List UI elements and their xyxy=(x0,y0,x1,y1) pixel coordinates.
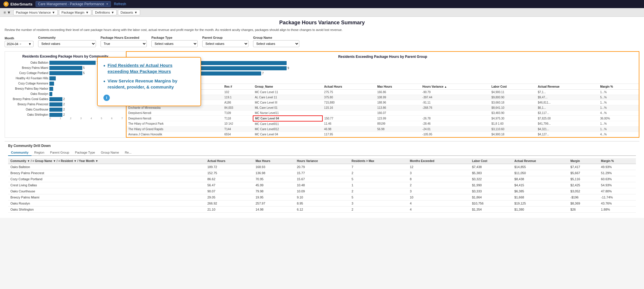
hamburger-menu[interactable]: ≡ ▼ xyxy=(2,10,12,15)
table-cell: MC Care Level 04 xyxy=(253,116,322,121)
list-item[interactable]: Breezy Palms Miami29.0519.959.10510$1,86… xyxy=(8,194,636,200)
table-row[interactable]: Enchante of Minnewaska84,003ML Care Leve… xyxy=(127,105,639,110)
bar-label: Breezy Palms Miami xyxy=(8,66,48,69)
drill-col-header: Labor Cost xyxy=(470,158,512,164)
drill-tab[interactable]: Group Name xyxy=(98,150,122,156)
month-tag[interactable]: 2024-04 × ▼ xyxy=(5,41,34,47)
table-cell xyxy=(322,110,376,116)
menu-package-hours-variance[interactable]: Package Hours Variance ▼ xyxy=(13,10,58,15)
chevron-down-icon: ▼ xyxy=(134,11,138,14)
drill-cell: 8 xyxy=(407,176,469,182)
drill-tab[interactable]: Region xyxy=(31,150,47,156)
drill-cell: 51.29% xyxy=(599,170,636,176)
list-item[interactable]: Oaks Shirlington21.1014.986.1224$1,354$1… xyxy=(8,206,636,212)
table-row[interactable]: Deepiiveni-NerodiT118MC Care Level 04150… xyxy=(127,116,639,121)
drill-table: Community ▼ / + Group Name ▼ / + Residen… xyxy=(8,158,636,213)
menu-bar: ≡ ▼ Package Hours Variance ▼ Package Mar… xyxy=(0,8,644,17)
table-cell: MC Care Level011 xyxy=(253,121,322,127)
bar-row: AL Nurse Package 01 xyxy=(129,61,636,65)
drill-cell: 5 xyxy=(349,176,408,182)
drill-col-header: Margin % xyxy=(599,158,636,164)
chevron-down-icon: ▼ xyxy=(52,11,55,14)
drill-cell: 3 xyxy=(407,170,469,176)
drill-col-header: Hours Variance xyxy=(294,158,349,164)
table-cell: ML Care Level 01 xyxy=(253,105,322,110)
parent-group-select[interactable]: Select values xyxy=(202,40,248,47)
drill-tab[interactable]: Community xyxy=(8,150,31,156)
table-cell: 115.16 xyxy=(322,105,376,110)
menu-definitions[interactable]: Definitions ▼ xyxy=(92,10,117,15)
drill-table-body: Oaks Ballston189.72168.9320.79712$7,438$… xyxy=(8,164,636,212)
month-clear-icon[interactable]: × xyxy=(19,42,21,46)
table-cell: $4,900.18 xyxy=(490,132,536,137)
drill-cell: $3,322 xyxy=(470,176,512,182)
info-icon: i xyxy=(103,95,110,101)
drill-tab[interactable]: Package Type xyxy=(72,150,98,156)
table-cell: 117.95 xyxy=(322,132,376,137)
table-row[interactable]: The Hilary of Grand RapidsT144MC Care Le… xyxy=(127,126,639,132)
bar-value: 5 xyxy=(83,66,85,69)
bar-fill xyxy=(49,61,96,65)
list-item[interactable]: Crest Living Dallas56.4745.9910.4812$1,9… xyxy=(8,182,636,188)
drill-tab[interactable]: Parent Group xyxy=(47,150,72,156)
report-title-badge[interactable]: Care Management - Package Performance ▼ xyxy=(36,1,111,7)
bar-fill xyxy=(49,82,54,86)
table-row[interactable]: Annara J Claires Honosilik6554MC Care Le… xyxy=(127,132,639,137)
bar-container: 2 xyxy=(49,113,123,117)
drill-cell: 6.12 xyxy=(294,206,349,212)
bar-fill xyxy=(49,71,82,75)
drill-tab[interactable]: Re... xyxy=(122,150,134,156)
menu-package-margin[interactable]: Package Margin ▼ xyxy=(59,10,91,15)
table-cell: The Hilary of Grand Rapids xyxy=(127,126,223,132)
top-bar: E ElderSmarts Care Management - Package … xyxy=(0,0,644,8)
table-cell: MC Care Level012 xyxy=(253,126,322,132)
bar-value: 2 xyxy=(63,103,65,106)
list-item[interactable]: Breezy Palms Pinecrest152.75136.9815.772… xyxy=(8,170,636,176)
package-type-select[interactable]: Select values xyxy=(151,40,198,47)
drill-col-header: Actual Hours xyxy=(205,158,253,164)
bar-fill xyxy=(49,102,62,106)
drill-cell: 56.47 xyxy=(205,182,253,188)
drill-cell: 4 xyxy=(407,200,469,206)
table-cell: 89199 xyxy=(376,121,421,127)
table-row[interactable]: Deepiiveni-NerodiT109MC Nurse Level11166… xyxy=(127,110,639,116)
list-item[interactable]: Oaks Courthouse90.0779.9810.0923$3,333$6… xyxy=(8,188,636,194)
tooltip-overlay: Find Residents w/ Actual Hours exceeding… xyxy=(97,57,201,106)
package-type-filter: Package Type Select values xyxy=(151,36,198,47)
table-cell: $3,660.18 xyxy=(490,100,536,105)
table-cell: 188.96 xyxy=(376,100,421,105)
list-item[interactable]: Oaks Ballston189.72168.9320.79712$7,438$… xyxy=(8,164,636,170)
group-name-select[interactable]: Select values xyxy=(253,40,299,47)
table-cell: $4,900.11 xyxy=(490,89,536,95)
drill-cell: 3 xyxy=(407,188,469,194)
list-item[interactable]: Oaks Rosslyn266.92257.978.9534$10,756$19… xyxy=(8,200,636,206)
drill-cell: Oaks Courthouse xyxy=(8,188,205,194)
drill-table-container: Community ▼ / + Group Name ▼ / + Residen… xyxy=(8,158,636,213)
pkg-hours-exceeded-select[interactable]: True xyxy=(101,40,147,47)
bar-fill xyxy=(49,66,82,70)
detail-table: CommunityRes #Group_NameActual HoursMax … xyxy=(127,84,639,137)
list-item[interactable]: Cozy Cottage Portland86.6270.9515.6758$3… xyxy=(8,176,636,182)
table-row[interactable]: Arrica J Neica HonosiliaA186MC Care Leve… xyxy=(127,100,639,105)
table-row[interactable]: The Hilary of Prospect Park10 14JMC Care… xyxy=(127,121,639,127)
drill-cell: 12 xyxy=(407,164,469,170)
detail-col-header: Margin % xyxy=(598,84,639,90)
table-row[interactable]: Anner Claires Minneweska102MC Care Level… xyxy=(127,89,639,95)
community-select[interactable]: Select values xyxy=(38,40,96,47)
table-cell xyxy=(376,132,421,137)
drill-cell: 257.97 xyxy=(253,200,294,206)
table-row[interactable]: Breenlight Christophillew119.1AL Care Le… xyxy=(127,95,639,100)
drill-cell: 2 xyxy=(349,206,408,212)
table-cell: $7,825.00 xyxy=(536,116,599,121)
drill-cell: 47.80% xyxy=(599,188,636,194)
table-cell: MC Nurse Level11 xyxy=(253,110,322,116)
pkg-hours-exceeded-filter: Package Hours Exceeded True xyxy=(101,36,147,47)
drill-cell: 54.93% xyxy=(599,182,636,188)
bar-container: 7 xyxy=(171,71,636,76)
refresh-button[interactable]: Refresh xyxy=(114,2,126,6)
table-cell: -91.11 xyxy=(421,100,490,105)
menu-datasets[interactable]: Datasets ▼ xyxy=(118,10,140,15)
drill-cell: 49.93% xyxy=(599,164,636,170)
bar-label: Oaks Ballston xyxy=(8,61,48,64)
table-cell: 1...% xyxy=(598,121,639,127)
